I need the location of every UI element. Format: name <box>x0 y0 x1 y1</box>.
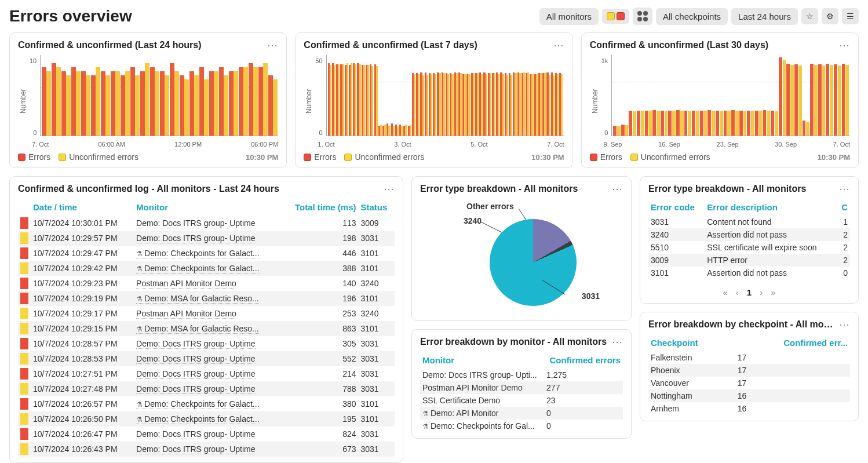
cell-count: 17 <box>735 377 850 389</box>
card-menu-button[interactable]: ⋯ <box>267 39 278 52</box>
legend-errors[interactable]: Errors <box>18 152 50 162</box>
pie-chart[interactable]: Other errors 3240 3031 <box>420 199 623 315</box>
col-monitor[interactable]: Monitor <box>134 199 282 216</box>
cell-monitor: Demo: Docs ITRS group- Uptime <box>134 351 282 366</box>
cell-total-time: 198 <box>282 231 359 246</box>
table-row[interactable]: 10/7/2024 10:26:50 PM ⚗Demo: Checkpoints… <box>18 411 395 426</box>
card-error-type-table: Error type breakdown - All monitors ⋯ Er… <box>640 176 859 304</box>
card-menu-button[interactable]: ⋯ <box>612 336 623 348</box>
legend-errors[interactable]: Errors <box>590 152 622 162</box>
table-row[interactable]: Vancouver17 <box>648 377 850 389</box>
table-row[interactable]: 10/7/2024 10:26:57 PM ⚗Demo: Checkpoints… <box>18 396 395 411</box>
pager-next[interactable]: › <box>760 287 763 297</box>
cell-datetime: 10/7/2024 10:29:47 PM <box>31 246 134 261</box>
table-row[interactable]: 3031Content not found1 <box>648 216 850 228</box>
cell-datetime: 10/7/2024 10:26:43 PM <box>31 442 134 457</box>
menu-button[interactable]: ☰ <box>842 8 859 24</box>
cell-datetime: 10/7/2024 10:29:23 PM <box>31 276 134 291</box>
filter-all-monitors[interactable]: All monitors <box>539 8 599 25</box>
table-row[interactable]: 10/7/2024 10:29:17 PM Postman API Monito… <box>18 306 395 321</box>
chart-30d[interactable]: Number 1k0 9. Sep16. Sep 23. Sep30. Sep … <box>590 55 850 148</box>
col-total-time[interactable]: Total time (ms) <box>282 199 359 216</box>
cell-datetime: 10/7/2024 10:26:57 PM <box>31 396 134 411</box>
col-error-code[interactable]: Error code <box>648 199 705 216</box>
table-row[interactable]: ⚗Demo: Checkpoints for Gal...0 <box>420 420 623 432</box>
table-row[interactable]: 10/7/2024 10:29:47 PM ⚗Demo: Checkpoints… <box>18 246 395 261</box>
cell-desc: Assertion did not pass <box>705 228 837 241</box>
table-row[interactable]: Nottingham16 <box>648 389 850 402</box>
flask-icon: ⚗ <box>136 265 143 273</box>
table-row[interactable]: 5510SSL certificate will expire soon2 <box>648 241 850 254</box>
col-checkpoint[interactable]: Checkpoint <box>648 334 735 351</box>
table-row[interactable]: 10/7/2024 10:29:15 PM ⚗Demo: MSA for Gal… <box>18 321 395 336</box>
col-confirmed-errors[interactable]: Confirmed err... <box>735 334 850 351</box>
chart-7d[interactable]: Number 500 1. Oct3. Oct 5. Oct7. Oct <box>304 55 564 148</box>
cell-checkpoint: Falkenstein <box>648 351 735 364</box>
table-row[interactable]: 10/7/2024 10:30:01 PM Demo: Docs ITRS gr… <box>18 216 395 231</box>
pager: « ‹ 1 › » <box>648 287 850 297</box>
cell-desc: HTTP error <box>705 254 837 267</box>
filter-all-checkpoints[interactable]: All checkpoints <box>656 8 728 25</box>
status-indicator <box>18 321 31 336</box>
page-title: Errors overview <box>9 7 132 25</box>
card-menu-button[interactable]: ⋯ <box>553 39 564 52</box>
legend-unconfirmed[interactable]: Unconfirmed errors <box>630 152 710 162</box>
col-status[interactable]: Status <box>359 199 395 216</box>
col-datetime[interactable]: Date / time <box>31 199 134 216</box>
table-row[interactable]: Phoenix17 <box>648 364 850 377</box>
flask-icon: ⚗ <box>422 410 429 418</box>
card-menu-button[interactable]: ⋯ <box>612 183 623 195</box>
settings-button[interactable]: ⚙ <box>822 8 838 24</box>
legend-unconfirmed[interactable]: Unconfirmed errors <box>344 152 424 162</box>
col-count[interactable]: C <box>837 199 850 216</box>
card-menu-button[interactable]: ⋯ <box>839 183 850 195</box>
table-row[interactable]: Postman API Monitor Demo277 <box>420 381 623 394</box>
card-timestamp: 10:30 PM <box>818 153 850 162</box>
table-row[interactable]: 10/7/2024 10:28:53 PM Demo: Docs ITRS gr… <box>18 351 395 366</box>
legend-errors[interactable]: Errors <box>304 152 336 162</box>
table-row[interactable]: Demo: Docs ITRS group- Upti...1,275 <box>420 369 623 381</box>
status-filter-yellow-icon <box>607 12 615 20</box>
filter-view-grid[interactable] <box>633 8 652 25</box>
table-row[interactable]: ⚗Demo: API Monitor0 <box>420 407 623 420</box>
card-menu-button[interactable]: ⋯ <box>384 183 395 195</box>
table-row[interactable]: 10/7/2024 10:29:57 PM Demo: Docs ITRS gr… <box>18 231 395 246</box>
cell-total-time: 446 <box>282 246 359 261</box>
cell-total-time: 552 <box>282 351 359 366</box>
table-row[interactable]: 10/7/2024 10:29:19 PM ⚗Demo: MSA for Gal… <box>18 291 395 306</box>
favorite-button[interactable]: ☆ <box>801 8 818 24</box>
table-row[interactable]: Falkenstein17 <box>648 351 850 364</box>
cell-status: 3101 <box>359 291 395 306</box>
table-row[interactable]: 10/7/2024 10:29:23 PM Postman API Monito… <box>18 276 395 291</box>
table-row[interactable]: 3101Assertion did not pass0 <box>648 267 850 279</box>
table-row[interactable]: SSL Certificate Demo23 <box>420 394 623 407</box>
table-row[interactable]: 10/7/2024 10:29:42 PM ⚗Demo: Checkpoints… <box>18 261 395 276</box>
table-row[interactable]: Arnhem16 <box>648 402 850 415</box>
pager-prev[interactable]: ‹ <box>736 287 739 297</box>
chart-24h[interactable]: Number 100 7. Oct06:00 AM 12:00 PM06:00 … <box>18 55 278 148</box>
status-indicator <box>18 366 31 381</box>
table-row[interactable]: 3009HTTP error2 <box>648 254 850 267</box>
legend-unconfirmed[interactable]: Unconfirmed errors <box>59 152 138 162</box>
table-row[interactable]: 10/7/2024 10:28:57 PM Demo: Docs ITRS gr… <box>18 336 395 351</box>
card-menu-button[interactable]: ⋯ <box>839 318 850 331</box>
card-title: Confirmed & unconfirmed (Last 24 hours) <box>18 40 201 50</box>
filter-last-24-hours[interactable]: Last 24 hours <box>731 8 798 25</box>
status-indicator <box>18 246 31 261</box>
pager-first[interactable]: « <box>723 287 727 297</box>
table-row[interactable]: 10/7/2024 10:27:48 PM Demo: Docs ITRS gr… <box>18 381 395 396</box>
cell-count: 16 <box>735 389 850 402</box>
table-row[interactable]: 10/7/2024 10:26:43 PM Demo: Docs ITRS gr… <box>18 442 395 457</box>
table-row[interactable]: 10/7/2024 10:26:47 PM Demo: Docs ITRS gr… <box>18 426 395 442</box>
col-monitor[interactable]: Monitor <box>420 352 544 369</box>
pager-last[interactable]: » <box>771 287 775 297</box>
table-row[interactable]: 10/7/2024 10:27:51 PM Demo: Docs ITRS gr… <box>18 366 395 381</box>
card-menu-button[interactable]: ⋯ <box>839 39 850 52</box>
table-row[interactable]: 3240Assertion did not pass2 <box>648 228 850 241</box>
cell-status: 3101 <box>359 411 395 426</box>
y-axis-label: Number <box>590 55 600 148</box>
cell-status: 3031 <box>359 381 395 396</box>
filter-status-colors[interactable] <box>602 9 629 24</box>
col-confirmed-errors[interactable]: Confirmed errors <box>544 352 623 369</box>
col-error-desc[interactable]: Error description <box>705 199 837 216</box>
